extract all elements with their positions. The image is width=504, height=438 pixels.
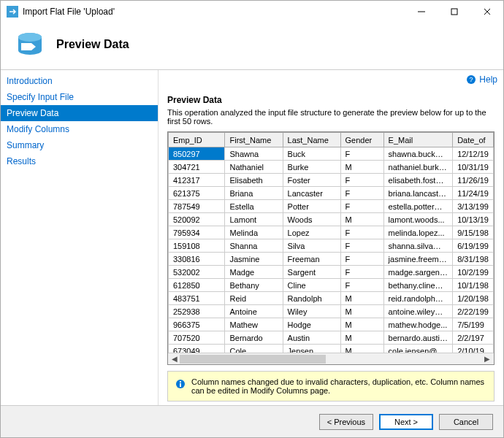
table-row[interactable]: 621375BrianaLancasterFbriana.lancaster..… [169,187,494,200]
table-cell: 10/1/198 [453,279,494,292]
horizontal-scrollbar[interactable]: ◀ ▶ [168,353,494,364]
table-cell: 6/19/199 [453,239,494,253]
table-row[interactable]: 612850BethanyClineFbethany.cline@...10/1… [169,279,494,292]
table-cell: F [340,200,383,213]
table-cell: 10/2/199 [453,266,494,279]
table-cell: M [340,213,383,226]
header: Preview Data [1,23,503,69]
header-title: Preview Data [56,38,129,51]
table-cell: antoine.wiley@... [383,305,453,318]
table-cell: 850297 [169,147,225,161]
table-cell: 412317 [169,174,225,187]
table-cell: 330816 [169,253,225,266]
table-row[interactable]: 159108ShannaSilvaFshanna.silva@g...6/19/… [169,239,494,253]
table-cell: F [340,279,383,292]
table-cell: Austin [283,331,340,345]
svg-rect-12 [180,381,181,383]
table-cell: Hodge [283,318,340,331]
cancel-button[interactable]: Cancel [439,414,493,430]
help-icon: ? [466,74,476,85]
table-cell: 10/31/19 [453,161,494,174]
table-cell: 12/12/19 [453,147,494,161]
scroll-thumb[interactable] [180,355,326,364]
window-controls [405,1,503,23]
table-cell: briana.lancaster... [383,187,453,200]
table-row[interactable]: 707520BernardoAustinMbernardo.austin...2… [169,331,494,345]
main-panel: ? Help Preview Data This operation analy… [159,70,503,413]
app-icon [7,6,18,18]
preview-title: Preview Data [167,95,495,105]
table-cell: Bernardo [225,331,283,345]
database-import-icon [15,30,45,59]
table-cell: 252938 [169,305,225,318]
sidebar-item-specify-input-file[interactable]: Specify Input File [1,89,158,105]
table-row[interactable]: 966375MathewHodgeMmathew.hodge...7/5/199 [169,318,494,331]
help-link[interactable]: ? Help [466,74,497,85]
table-cell: Lamont [225,213,283,226]
scroll-right-icon[interactable]: ▶ [482,355,492,363]
sidebar-item-summary[interactable]: Summary [1,137,158,153]
column-header[interactable]: E_Mail [383,133,453,147]
scroll-track[interactable] [180,354,482,364]
sidebar-item-modify-columns[interactable]: Modify Columns [1,121,158,137]
footer: < Previous Next > Cancel [1,405,503,437]
table-cell: 787549 [169,200,225,213]
sidebar-item-preview-data[interactable]: Preview Data [1,105,158,121]
table-cell: 11/24/19 [453,187,494,200]
help-label: Help [479,74,497,85]
svg-rect-7 [21,43,31,50]
sidebar: Introduction Specify Input File Preview … [1,70,159,413]
sidebar-item-results[interactable]: Results [1,153,158,169]
table-row[interactable]: 304721NathanielBurkeMnathaniel.burke...1… [169,161,494,174]
table-row[interactable]: 795934MelindaLopezFmelinda.lopez...9/15/… [169,226,494,239]
table-cell: Foster [283,174,340,187]
table-cell: 520092 [169,213,225,226]
table-cell: Lancaster [283,187,340,200]
table-cell: 483751 [169,292,225,305]
table-row[interactable]: 787549EstellaPotterFestella.potter@...3/… [169,200,494,213]
previous-button[interactable]: < Previous [319,414,373,430]
table-row[interactable]: 532002MadgeSargentFmadge.sargent...10/2/… [169,266,494,279]
table-cell: F [340,253,383,266]
table-cell: Wiley [283,305,340,318]
table-row[interactable]: 412317ElisabethFosterFelisabeth.foster..… [169,174,494,187]
table-row[interactable]: 252938AntoineWileyMantoine.wiley@...2/22… [169,305,494,318]
table-cell: estella.potter@... [383,200,453,213]
maximize-button[interactable] [438,1,470,23]
table-cell: shawna.buck@... [383,147,453,161]
next-button[interactable]: Next > [379,414,433,430]
table-cell: Silva [283,239,340,253]
table-cell: 8/31/198 [453,253,494,266]
table-cell: Shawna [225,147,283,161]
info-message: Column names changed due to invalid char… [167,371,495,402]
table-row[interactable]: 520092LamontWoodsMlamont.woods...10/13/1… [169,213,494,226]
table-cell: Reid [225,292,283,305]
table-row[interactable]: 850297ShawnaBuckFshawna.buck@...12/12/19 [169,147,494,161]
table-cell: F [340,266,383,279]
table-cell: F [340,147,383,161]
table-cell: Bethany [225,279,283,292]
data-table: Emp_IDFirst_NameLast_NameGenderE_MailDat… [168,132,494,358]
table-cell: shanna.silva@g... [383,239,453,253]
data-table-container: Emp_IDFirst_NameLast_NameGenderE_MailDat… [167,131,495,365]
minimize-button[interactable] [405,1,438,23]
column-header[interactable]: Gender [340,133,383,147]
sidebar-item-introduction[interactable]: Introduction [1,73,158,89]
table-cell: Woods [283,213,340,226]
table-cell: Mathew [225,318,283,331]
table-cell: 532002 [169,266,225,279]
table-cell: melinda.lopez... [383,226,453,239]
column-header[interactable]: Emp_ID [169,133,225,147]
column-header[interactable]: Date_of [453,133,494,147]
table-cell: Estella [225,200,283,213]
column-header[interactable]: Last_Name [283,133,340,147]
close-button[interactable] [470,1,503,23]
table-cell: mathew.hodge... [383,318,453,331]
table-cell: M [340,331,383,345]
table-cell: Antoine [225,305,283,318]
table-row[interactable]: 330816JasmineFreemanFjasmine.freema...8/… [169,253,494,266]
scroll-left-icon[interactable]: ◀ [169,355,180,363]
column-header[interactable]: First_Name [225,133,283,147]
table-row[interactable]: 483751ReidRandolphMreid.randolph@...1/20… [169,292,494,305]
table-cell: nathaniel.burke... [383,161,453,174]
